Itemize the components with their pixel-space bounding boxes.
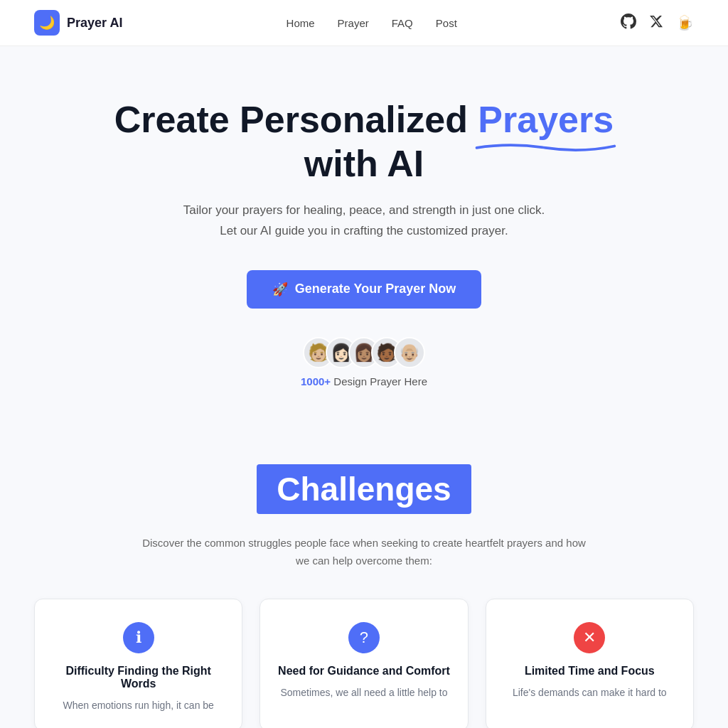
cta-icon: 🚀 bbox=[272, 282, 288, 297]
logo-text: Prayer AI bbox=[67, 16, 122, 31]
logo-icon: 🌙 bbox=[34, 10, 60, 36]
card-icon-error: ✕ bbox=[574, 622, 605, 653]
nav-icon-group: 🍺 bbox=[621, 14, 694, 33]
hero-subtitle: Tailor your prayers for healing, peace, … bbox=[183, 200, 545, 242]
social-proof-text: 1000+ Design Prayer Here bbox=[301, 375, 427, 387]
card-icon-info: ℹ bbox=[123, 622, 154, 653]
challenges-badge: Challenges bbox=[257, 464, 471, 514]
nav-link-home[interactable]: Home bbox=[287, 17, 315, 29]
social-proof-label: Design Prayer Here bbox=[331, 375, 427, 387]
card-title-time: Limited Time and Focus bbox=[503, 665, 676, 678]
nav-link-prayer[interactable]: Prayer bbox=[338, 17, 369, 29]
nav-link-faq[interactable]: FAQ bbox=[392, 17, 413, 29]
hero-title-end: with AI bbox=[304, 143, 424, 184]
social-proof-count: 1000+ bbox=[301, 375, 331, 387]
hero-title: Create Personalized Prayers with AI bbox=[108, 97, 620, 186]
challenges-section: Challenges Discover the common struggles… bbox=[0, 422, 728, 728]
avatar-5: 👴🏼 bbox=[394, 337, 425, 368]
challenge-card-guidance: ? Need for Guidance and Comfort Sometime… bbox=[259, 599, 468, 728]
card-text-time: Life's demands can make it hard to bbox=[503, 685, 676, 700]
cta-label: Generate Your Prayer Now bbox=[295, 282, 456, 296]
avatars-group: 🧑🏼 👩🏻 👩🏽 🧑🏾 👴🏼 bbox=[303, 337, 425, 368]
challenges-description: Discover the common struggles people fac… bbox=[136, 534, 592, 570]
card-text-words: When emotions run high, it can be bbox=[52, 697, 225, 713]
card-title-words: Difficulty Finding the Right Words bbox=[52, 665, 225, 690]
nav-links: Home Prayer FAQ Post bbox=[287, 17, 457, 29]
challenge-card-time: ✕ Limited Time and Focus Life's demands … bbox=[486, 599, 694, 728]
product-hunt-icon[interactable]: 🍺 bbox=[676, 14, 694, 31]
challenge-cards-row: ℹ Difficulty Finding the Right Words Whe… bbox=[34, 599, 694, 728]
hero-title-start: Create Personalized bbox=[114, 99, 478, 140]
nav-link-post[interactable]: Post bbox=[436, 17, 457, 29]
hero-title-highlight: Prayers bbox=[478, 97, 614, 141]
logo[interactable]: 🌙 Prayer AI bbox=[34, 10, 122, 36]
x-twitter-icon[interactable] bbox=[649, 14, 663, 32]
hero-section: Create Personalized Prayers with AI Tail… bbox=[0, 46, 728, 422]
generate-prayer-button[interactable]: 🚀 Generate Your Prayer Now bbox=[247, 270, 481, 309]
card-text-guidance: Sometimes, we all need a little help to bbox=[277, 685, 450, 700]
card-icon-question: ? bbox=[348, 622, 380, 653]
card-title-guidance: Need for Guidance and Comfort bbox=[277, 665, 450, 678]
challenge-card-words: ℹ Difficulty Finding the Right Words Whe… bbox=[34, 599, 242, 728]
navbar: 🌙 Prayer AI Home Prayer FAQ Post 🍺 bbox=[0, 0, 728, 46]
underline-curve bbox=[475, 141, 616, 151]
github-icon[interactable] bbox=[621, 14, 636, 33]
